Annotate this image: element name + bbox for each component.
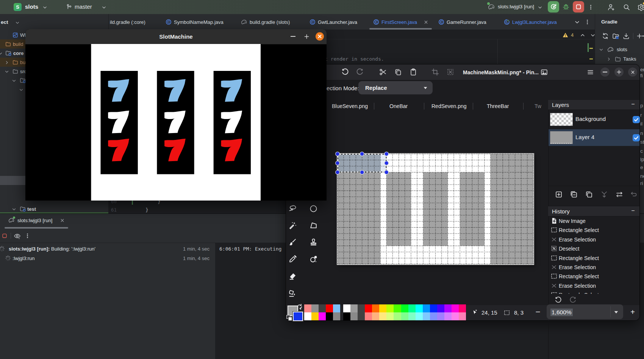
selection-handle[interactable]: [360, 152, 364, 156]
layers-collapse-button[interactable]: −: [630, 101, 636, 108]
lasso-select-tool[interactable]: [288, 204, 297, 213]
swap-colors-icon[interactable]: [296, 303, 303, 310]
palette-color-swatch[interactable]: [394, 304, 401, 312]
paintbrush-tool[interactable]: [288, 238, 297, 246]
more-actions-kebab[interactable]: [588, 4, 594, 10]
move-selection-tool[interactable]: [309, 221, 318, 230]
selection-handle[interactable]: [385, 152, 389, 156]
crop-icon[interactable]: [431, 68, 439, 76]
doc-tab-redseven[interactable]: RedSeven.png: [431, 100, 467, 112]
tab-build-gradle-core[interactable]: ild.gradle (:core): [110, 19, 145, 25]
pinta-maximize-button[interactable]: [614, 67, 624, 77]
history-item[interactable]: Deselect: [549, 244, 634, 253]
pinta-canvas[interactable]: [338, 154, 533, 264]
layer-properties-icon[interactable]: [615, 190, 624, 199]
slot-minimize-button[interactable]: [291, 36, 295, 37]
gradle-refresh-icon[interactable]: [602, 33, 609, 39]
tab-gamerunner[interactable]: GameRunner.java: [447, 19, 486, 25]
palette-color-swatch[interactable]: [343, 304, 350, 312]
slot-close-button[interactable]: [316, 32, 324, 41]
gradle-deps-folder-icon[interactable]: [612, 33, 619, 40]
palette-color-swatch[interactable]: [408, 312, 416, 320]
doc-tab-tw[interactable]: Tw: [535, 100, 541, 112]
tabs-chevron-down-icon[interactable]: [574, 19, 580, 25]
selection-handle[interactable]: [336, 161, 340, 165]
layer-visible-checkbox[interactable]: [633, 134, 640, 141]
doc-tab-onebar[interactable]: OneBar: [389, 100, 408, 112]
palette-color-swatch[interactable]: [350, 312, 358, 320]
undo-icon[interactable]: [341, 68, 349, 76]
recent-color-swatch[interactable]: [333, 312, 340, 320]
history-item[interactable]: New Image: [549, 216, 634, 226]
pencil-tool[interactable]: [288, 255, 297, 263]
deselect-icon[interactable]: [447, 68, 454, 76]
slot-maximize-button[interactable]: [304, 34, 309, 39]
tab-lwjgl3launcher[interactable]: Lwjgl3Launcher.java: [512, 19, 557, 25]
tabs-kebab-icon[interactable]: [585, 19, 590, 25]
branch-switcher[interactable]: master: [75, 4, 92, 9]
pinta-minimize-button[interactable]: [600, 67, 610, 77]
palette-color-swatch[interactable]: [365, 304, 372, 312]
palette-color-swatch[interactable]: [437, 304, 444, 312]
rerun-button[interactable]: [548, 1, 559, 13]
clone-stamp-tool[interactable]: [309, 238, 318, 246]
cut-icon[interactable]: [379, 68, 387, 76]
ellipse-select-tool[interactable]: [309, 204, 318, 213]
doc-tab-blueseven[interactable]: BlueSeven.png: [332, 100, 368, 112]
pinta-close-button[interactable]: [628, 67, 637, 77]
palette-color-swatch[interactable]: [437, 312, 444, 320]
history-item[interactable]: Erase Selection: [549, 235, 634, 244]
palette-color-swatch[interactable]: [358, 304, 365, 312]
duplicate-layer-icon[interactable]: [585, 190, 593, 199]
gradle-tree-row-slots[interactable]: slots: [595, 45, 644, 54]
stop-outline-icon[interactable]: [1, 232, 8, 239]
zoom-out-button[interactable]: −: [535, 308, 541, 317]
gradle-tree-row-tasks[interactable]: Tasks: [595, 54, 644, 64]
palette-color-swatch[interactable]: [379, 312, 386, 320]
palette-color-swatch[interactable]: [416, 312, 423, 320]
palette-color-swatch[interactable]: [459, 312, 466, 320]
history-item[interactable]: Rectangle Select: [549, 290, 634, 294]
layer-visible-checkbox[interactable]: [633, 116, 640, 123]
copy-icon[interactable]: [394, 68, 402, 76]
stop-button[interactable]: [573, 1, 584, 13]
history-item[interactable]: Erase Selection: [549, 281, 634, 290]
selection-handle[interactable]: [385, 170, 389, 174]
add-layer-icon[interactable]: [555, 190, 563, 199]
zoom-value[interactable]: 1,600%: [550, 309, 573, 316]
run-config-selector[interactable]: slots:lwjgl3 [run]: [498, 4, 534, 9]
build-row-1[interactable]: slots:lwjgl3 [run]: Building: ':lwjgl3:r…: [0, 245, 215, 254]
palette-color-swatch[interactable]: [386, 304, 394, 312]
palette-color-swatch[interactable]: [452, 304, 459, 312]
recent-color-swatch[interactable]: [319, 304, 326, 312]
palette-color-swatch[interactable]: [423, 304, 430, 312]
palette-color-swatch[interactable]: [365, 312, 372, 320]
history-item[interactable]: Rectangle Select: [549, 226, 634, 235]
image-list-icon[interactable]: [541, 69, 548, 76]
secondary-color-swatch[interactable]: [293, 312, 303, 321]
gradle-add-icon[interactable]: [636, 33, 642, 39]
run-kebab-icon[interactable]: [25, 233, 30, 239]
palette-color-swatch[interactable]: [444, 304, 452, 312]
palette-color-swatch[interactable]: [386, 312, 394, 320]
history-item[interactable]: Rectangle Select: [549, 272, 634, 281]
recent-color-swatch[interactable]: [326, 304, 333, 312]
palette-color-swatch[interactable]: [430, 312, 437, 320]
project-badge[interactable]: S: [14, 3, 22, 11]
search-everywhere-icon[interactable]: [623, 4, 630, 11]
prev-warning-chevron[interactable]: [580, 33, 585, 38]
palette-color-swatch[interactable]: [452, 312, 459, 320]
selection-mode-dropdown[interactable]: Replace: [358, 81, 433, 94]
rotate-layer-icon[interactable]: [630, 190, 638, 199]
pinta-headerbar[interactable]: MachineMaskMini.png* - Pin...: [286, 64, 639, 80]
palette-color-swatch[interactable]: [372, 304, 379, 312]
palette-color-swatch[interactable]: [444, 312, 452, 320]
tab-gwtlauncher[interactable]: GwtLauncher.java: [318, 19, 357, 25]
settings-gear-icon[interactable]: [638, 3, 644, 11]
recent-color-swatch[interactable]: [319, 312, 326, 320]
build-row-2[interactable]: :lwjgl3:run 1 min, 4 sec: [0, 254, 215, 263]
history-collapse-button[interactable]: −: [630, 207, 636, 214]
palette-color-swatch[interactable]: [350, 304, 358, 312]
palette-color-swatch[interactable]: [372, 312, 379, 320]
gradle-download-icon[interactable]: [623, 33, 630, 39]
